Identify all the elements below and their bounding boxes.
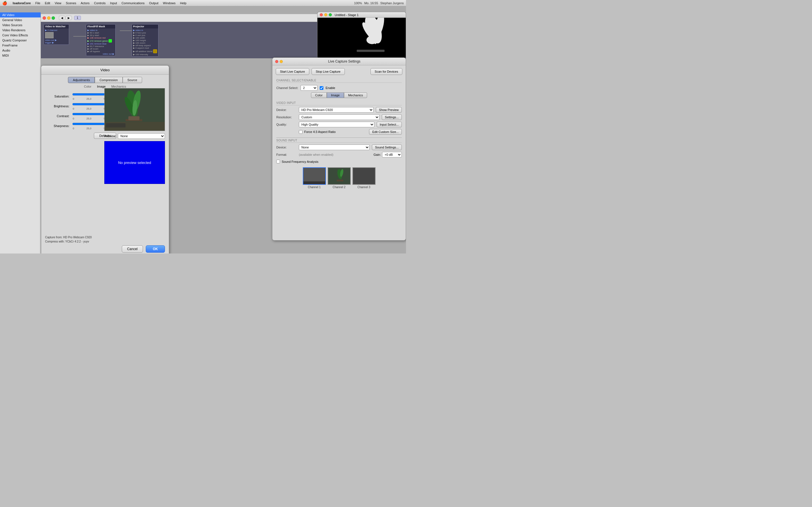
channel-2-thumb[interactable]	[327, 167, 351, 185]
contrast-label: Contrast:	[47, 114, 72, 118]
menu-view[interactable]: View	[52, 0, 64, 6]
menu-edit[interactable]: Edit	[43, 0, 52, 6]
panel-item-all-video[interactable]: All Video	[0, 12, 41, 17]
menu-help[interactable]: Help	[177, 0, 189, 6]
stop-live-capture-button[interactable]: Stop Live Capture	[312, 68, 345, 75]
menu-isadora[interactable]: IsadoraCore	[10, 0, 33, 6]
menu-windows[interactable]: Windows	[161, 0, 178, 6]
input-select-button[interactable]: Input Select...	[377, 122, 402, 127]
stage-image	[317, 18, 406, 58]
panel-item-core-video-effects[interactable]: Core Video Effects	[0, 33, 41, 38]
video-input-section: Video Input Device: HD Pro Webcam C920 S…	[272, 100, 406, 137]
quality-dropdown[interactable]: High Quality Normal Quality Low Quality	[299, 122, 374, 127]
show-preview-button[interactable]: Show Preview	[376, 107, 402, 113]
panel-item-quartz-composer[interactable]: Quartz Composer	[0, 38, 41, 43]
stage-minimize[interactable]	[324, 13, 327, 16]
freq-analysis-label: Sound Frequency Analysis	[282, 160, 318, 163]
sound-device-dropdown[interactable]: None	[299, 145, 370, 150]
apple-menu[interactable]: 🍎	[2, 1, 7, 5]
ok-button[interactable]: OK	[146, 245, 165, 252]
close-button[interactable]	[43, 16, 46, 20]
panel-item-video-renderers[interactable]: Video Renderers	[0, 27, 41, 33]
sub-tab-image[interactable]: Image	[97, 85, 106, 88]
lc-tab-image[interactable]: Image	[327, 93, 344, 98]
channel-3-thumb-item[interactable]: Channel 3	[352, 167, 375, 189]
tab-source[interactable]: Source	[123, 77, 142, 83]
dialog-title: Video	[41, 66, 169, 75]
sound-input-section: Sound Input Device: None Sound Settings.…	[272, 138, 406, 165]
lc-traffic-lights	[275, 60, 283, 63]
node-floodfill-mask[interactable]: FloodFill Mask ▶ video in ▶ 90 x start ▶…	[86, 24, 116, 56]
gain-label: Gain:	[373, 153, 381, 156]
menu-input[interactable]: Input	[108, 0, 119, 6]
sound-format-label: Format:	[276, 153, 299, 156]
panel-item-freeframe[interactable]: FreeFrame	[0, 43, 41, 48]
preview-select-row: Preview: None Channel 1 Channel 2	[104, 133, 165, 139]
channel-1-thumb-item[interactable]: Channel 1	[303, 167, 326, 189]
start-live-capture-button[interactable]: Start Live Capture	[276, 68, 309, 75]
sub-tab-mechanics[interactable]: Mechanics	[111, 85, 126, 88]
lc-control-buttons: Start Live Capture Stop Live Capture Sca…	[272, 65, 406, 78]
panel-item-midi[interactable]: MIDI	[0, 53, 41, 58]
tab-compression[interactable]: Compression	[95, 77, 123, 83]
sound-device-row: Device: None Sound Settings...	[276, 145, 402, 150]
sound-settings-button[interactable]: Sound Settings...	[372, 145, 402, 150]
force-43-checkbox[interactable]	[299, 130, 303, 134]
lc-minimize[interactable]	[280, 60, 283, 63]
minimize-button[interactable]	[47, 16, 50, 20]
quality-row: Quality: High Quality Normal Quality Low…	[276, 122, 402, 127]
menu-scenes[interactable]: Scenes	[64, 0, 79, 6]
connector-1	[73, 36, 87, 37]
lc-tab-color[interactable]: Color	[311, 93, 327, 98]
tab-adjustments[interactable]: Adjustments	[68, 77, 95, 83]
edit-custom-size-button[interactable]: Edit Custom Size...	[369, 129, 402, 135]
scan-devices-button[interactable]: Scan for Devices	[370, 68, 402, 75]
resolution-dropdown[interactable]: Custom 640x480 1280x720 1920x1080	[299, 114, 379, 120]
device-dropdown[interactable]: HD Pro Webcam C920	[299, 107, 373, 113]
channel-1-image	[303, 168, 326, 185]
panel-item-video-sources[interactable]: Video Sources	[0, 22, 41, 27]
menu-file[interactable]: File	[33, 0, 43, 6]
menu-controls[interactable]: Controls	[92, 0, 108, 6]
channel-select-label: Channel Select:	[276, 86, 298, 90]
node-video-in-watcher[interactable]: Video In Watcher ▶ 2 channel video out ▶…	[44, 24, 69, 45]
force-43-label: Force 4:3 Aspect Ratio	[304, 130, 336, 133]
lc-close[interactable]	[275, 60, 278, 63]
port-video-out: video out ▶	[45, 39, 68, 41]
maximize-button[interactable]	[52, 16, 55, 20]
lc-tab-mechanics[interactable]: Mechanics	[344, 93, 367, 98]
channel-select-dropdown[interactable]: 2 1 3 4	[301, 85, 317, 91]
cancel-button[interactable]: Cancel	[122, 245, 143, 252]
node-projector[interactable]: Projector ▶ video in ▶ 0 horz pos ▶ 0 ve…	[132, 24, 158, 57]
menu-output[interactable]: Output	[147, 0, 161, 6]
forward-button[interactable]: ▶	[66, 16, 72, 20]
battery-indicator: 100%	[354, 1, 362, 5]
channel-3-thumb[interactable]	[352, 167, 375, 185]
panel-item-audio[interactable]: Audio	[0, 48, 41, 53]
enable-checkbox[interactable]	[320, 86, 323, 90]
port-trigger: trigger ▶	[45, 41, 68, 44]
back-button[interactable]: ◀	[59, 16, 65, 20]
port-ff-videoout: video out ▶	[87, 53, 114, 55]
channel-1-thumb[interactable]	[303, 167, 326, 185]
freq-analysis-checkbox[interactable]	[276, 160, 280, 163]
channel-2-thumb-item[interactable]: Channel 2	[327, 167, 351, 189]
preview-dropdown[interactable]: None Channel 1 Channel 2	[118, 133, 165, 139]
settings-button[interactable]: Settings...	[382, 114, 402, 120]
port-ff-ystart: ▶ 39 y start	[87, 34, 114, 37]
channel-3-image	[353, 168, 375, 185]
menu-communications[interactable]: Communications	[119, 0, 147, 6]
channel-controls: Channel Select: 2 1 3 4 Enable	[272, 85, 406, 93]
stage-titlebar: Untitled - Stage 1	[317, 12, 406, 18]
gain-dropdown[interactable]: +0 dB +3 dB +6 dB	[382, 152, 402, 158]
no-preview-text: No preview selected	[118, 161, 151, 165]
stage-close[interactable]	[320, 13, 323, 16]
port-proj-zoom: ▶ 100 zoom	[133, 42, 157, 44]
stage-maximize[interactable]	[329, 13, 332, 16]
video-input-header: Video Input	[276, 101, 402, 105]
svg-rect-0	[318, 18, 405, 58]
sub-tab-color[interactable]: Color	[84, 85, 91, 88]
panel-item-general-video[interactable]: General Video	[0, 17, 41, 22]
port-ff-removegrn: ▶ 172 remove green	[87, 39, 114, 43]
menu-actors[interactable]: Actors	[79, 0, 92, 6]
